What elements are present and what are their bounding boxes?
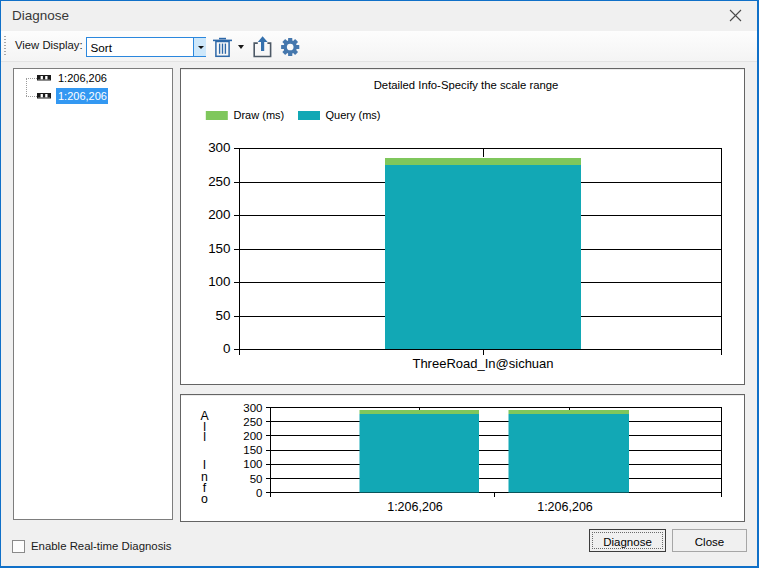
svg-text:250: 250 — [208, 174, 230, 189]
svg-text:200: 200 — [243, 430, 262, 442]
svg-text:250: 250 — [243, 416, 262, 428]
svg-text:200: 200 — [208, 207, 230, 222]
svg-text:50: 50 — [250, 473, 263, 485]
svg-text:Query (ms): Query (ms) — [326, 109, 381, 121]
svg-text:100: 100 — [243, 458, 262, 470]
svg-text:0: 0 — [256, 487, 262, 499]
svg-text:100: 100 — [208, 274, 230, 289]
svg-text:ThreeRoad_In@sichuan: ThreeRoad_In@sichuan — [412, 356, 553, 371]
svg-text:150: 150 — [208, 241, 230, 256]
svg-text:0: 0 — [223, 341, 230, 356]
svg-text:300: 300 — [208, 140, 230, 155]
svg-text:1:206,206: 1:206,206 — [387, 500, 443, 514]
svg-text:Draw (ms): Draw (ms) — [234, 109, 285, 121]
svg-text:l: l — [203, 430, 206, 444]
svg-text:50: 50 — [216, 308, 231, 323]
svg-text:Detailed Info-Specify the scal: Detailed Info-Specify the scale range — [374, 79, 559, 91]
svg-text:1:206,206: 1:206,206 — [537, 500, 593, 514]
svg-text:300: 300 — [243, 402, 262, 414]
svg-text:o: o — [201, 492, 208, 506]
svg-text:150: 150 — [243, 444, 262, 456]
